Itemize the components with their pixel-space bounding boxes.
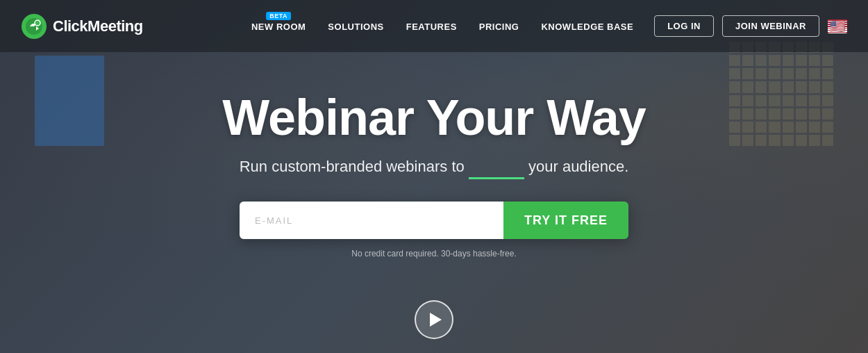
hero-content: Webinar Your Way Run custom-branded webi… xyxy=(0,52,868,258)
svg-point-2 xyxy=(35,20,40,26)
nav-new-room[interactable]: BETA NEW ROOM xyxy=(251,22,306,32)
nav-solutions[interactable]: SOLUTIONS xyxy=(328,22,383,32)
play-icon xyxy=(430,313,442,327)
play-button-container xyxy=(415,300,453,339)
play-button[interactable] xyxy=(415,300,453,339)
disclaimer-text: No credit card required. 30-days hassle-… xyxy=(351,249,516,258)
login-button[interactable]: LOG IN xyxy=(654,15,714,37)
hero-subtitle-blank xyxy=(469,158,524,179)
language-selector[interactable] xyxy=(828,19,847,33)
logo-link[interactable]: ClickMeeting xyxy=(21,13,143,40)
join-webinar-button[interactable]: JOIN WEBINAR xyxy=(722,15,819,37)
navbar: ClickMeeting BETA NEW ROOM SOLUTIONS FEA… xyxy=(0,0,868,52)
hero-section: ClickMeeting BETA NEW ROOM SOLUTIONS FEA… xyxy=(0,0,868,353)
try-free-button[interactable]: TRY IT FREE xyxy=(503,202,628,239)
nav-links: BETA NEW ROOM SOLUTIONS FEATURES PRICING… xyxy=(251,20,633,33)
hero-subtitle: Run custom-branded webinars to your audi… xyxy=(240,158,629,179)
nav-features[interactable]: FEATURES xyxy=(406,22,457,32)
nav-knowledge-base[interactable]: KNOWLEDGE BASE xyxy=(541,22,633,32)
logo-icon xyxy=(21,13,47,40)
email-input[interactable] xyxy=(240,202,503,239)
logo-text: ClickMeeting xyxy=(53,17,143,35)
nav-actions: LOG IN JOIN WEBINAR xyxy=(654,15,847,37)
hero-title: Webinar Your Way xyxy=(222,90,645,145)
beta-badge: BETA xyxy=(266,12,291,20)
nav-pricing[interactable]: PRICING xyxy=(479,22,519,32)
signup-form: TRY IT FREE xyxy=(240,202,628,239)
